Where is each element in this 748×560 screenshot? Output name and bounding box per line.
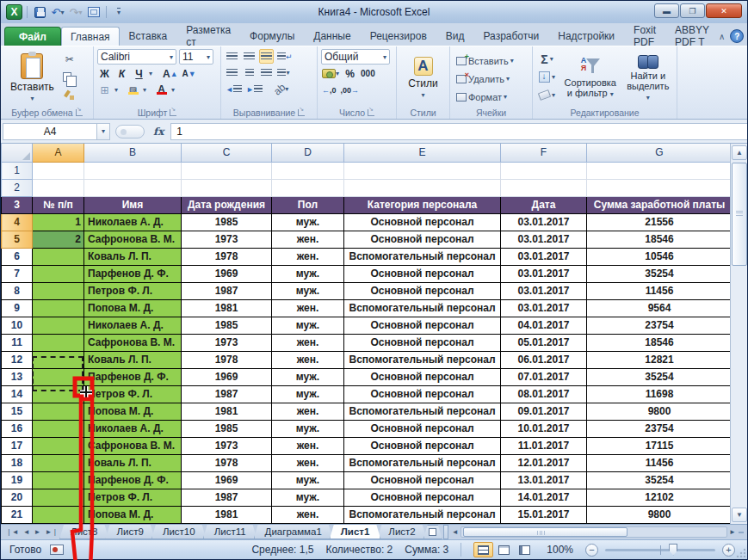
dialog-launcher-icon[interactable] xyxy=(170,109,176,116)
cell-date-9[interactable]: 03.01.2017 xyxy=(501,299,587,317)
cell-gender-12[interactable]: жен. xyxy=(272,351,344,368)
zoom-in-button[interactable]: + xyxy=(722,544,735,557)
cell-category-4[interactable]: Основной персонал xyxy=(344,213,501,231)
cell-year-20[interactable]: 1987 xyxy=(182,489,272,506)
ribbon-tab-Надстройки[interactable]: Надстройки xyxy=(548,27,624,46)
font-size-combo[interactable]: 11▾ xyxy=(179,49,213,65)
cell-A5[interactable]: 2 xyxy=(33,231,84,248)
align-center-button[interactable] xyxy=(242,65,257,80)
dialog-launcher-icon[interactable] xyxy=(368,109,374,116)
table-header-cell[interactable]: Категория персонала xyxy=(344,196,501,213)
cell-category-5[interactable]: Основной персонал xyxy=(344,231,501,248)
increase-decimal-button[interactable]: ←,0 xyxy=(321,83,337,97)
cell-D1[interactable] xyxy=(272,162,344,179)
cell-F1[interactable] xyxy=(501,162,587,179)
align-middle-button[interactable] xyxy=(242,49,257,64)
tab-split-handle[interactable] xyxy=(443,525,448,539)
italic-button[interactable]: К xyxy=(114,66,129,81)
cell-sum-14[interactable]: 11698 xyxy=(587,385,733,403)
orientation-button[interactable]: ab▾ xyxy=(273,82,289,96)
number-format-combo[interactable]: Общий▾ xyxy=(321,49,390,65)
cell-date-19[interactable]: 13.01.2017 xyxy=(501,471,587,489)
cell-date-16[interactable]: 10.01.2017 xyxy=(501,420,587,437)
cell-sum-4[interactable]: 21556 xyxy=(587,213,733,231)
cell-category-12[interactable]: Вспомогательный персонал xyxy=(344,351,501,368)
row-header-11[interactable]: 11 xyxy=(2,334,33,351)
zoom-out-button[interactable]: − xyxy=(585,544,598,557)
cell-A12[interactable] xyxy=(33,351,84,368)
decrease-indent-button[interactable]: ◄ xyxy=(225,82,243,96)
row-header-19[interactable]: 19 xyxy=(2,471,33,489)
cell-sum-6[interactable]: 10546 xyxy=(587,248,733,265)
cell-gender-4[interactable]: муж. xyxy=(272,213,344,231)
cell-date-18[interactable]: 12.01.2017 xyxy=(501,454,587,471)
cell-G2[interactable] xyxy=(587,179,733,196)
cell-gender-10[interactable]: муж. xyxy=(272,317,344,334)
column-header-C[interactable]: C xyxy=(182,144,272,162)
cell-date-15[interactable]: 09.01.2017 xyxy=(501,403,587,420)
cell-gender-6[interactable]: жен. xyxy=(272,248,344,265)
cell-sum-12[interactable]: 12821 xyxy=(587,351,733,368)
cell-name-21[interactable]: Попова М. Д. xyxy=(84,506,182,523)
cell-name-5[interactable]: Сафронова В. М. xyxy=(84,231,182,248)
cell-gender-15[interactable]: жен. xyxy=(272,403,344,420)
cell-date-5[interactable]: 03.01.2017 xyxy=(501,231,587,248)
merge-center-button[interactable]: ▾ xyxy=(276,65,291,80)
cell-year-13[interactable]: 1969 xyxy=(182,368,272,385)
cell-A9[interactable] xyxy=(33,299,84,317)
cell-gender-17[interactable]: жен. xyxy=(272,437,344,454)
cell-sum-8[interactable]: 11456 xyxy=(587,282,733,299)
cell-category-13[interactable]: Основной персонал xyxy=(344,368,501,385)
row-header-9[interactable]: 9 xyxy=(2,299,33,317)
cell-gender-20[interactable]: муж. xyxy=(272,489,344,506)
cell-gender-9[interactable]: жен. xyxy=(272,299,344,317)
sheet-tab-Лист10[interactable]: Лист10 xyxy=(151,525,207,539)
sheet-tab-Лист11[interactable]: Лист11 xyxy=(203,525,257,539)
row-header-12[interactable]: 12 xyxy=(2,351,33,368)
cell-year-6[interactable]: 1978 xyxy=(182,248,272,265)
cell-name-17[interactable]: Сафронова В. М. xyxy=(84,437,182,454)
format-painter-button[interactable] xyxy=(60,87,79,103)
row-header-2[interactable]: 2 xyxy=(2,179,33,196)
borders-button[interactable]: ⊞ xyxy=(97,83,112,97)
cell-B1[interactable] xyxy=(84,162,182,179)
table-header-cell[interactable]: Сумма заработной платы xyxy=(587,196,733,213)
cell-A8[interactable] xyxy=(33,282,84,299)
cell-year-8[interactable]: 1987 xyxy=(182,282,272,299)
cell-gender-8[interactable]: муж. xyxy=(272,282,344,299)
cell-date-14[interactable]: 08.01.2017 xyxy=(501,385,587,403)
scroll-up-icon[interactable]: ▲ xyxy=(732,145,747,160)
ribbon-tab-Данные[interactable]: Данные xyxy=(304,27,360,46)
ribbon-tab-Разработчи[interactable]: Разработчи xyxy=(474,27,549,46)
worksheet-grid[interactable]: ABCDEFG123№ п/пИмяДата рожденияПолКатего… xyxy=(1,144,732,524)
cell-sum-18[interactable]: 11456 xyxy=(587,454,733,471)
cell-A19[interactable] xyxy=(33,471,84,489)
row-header-14[interactable]: 14 xyxy=(2,385,33,403)
cell-category-6[interactable]: Вспомогательный персонал xyxy=(344,248,501,265)
font-color-button[interactable]: А xyxy=(154,83,169,97)
cell-D2[interactable] xyxy=(272,179,344,196)
column-header-D[interactable]: D xyxy=(272,144,344,162)
cell-date-4[interactable]: 03.01.2017 xyxy=(501,213,587,231)
zoom-slider-thumb[interactable] xyxy=(669,544,677,556)
cell-sum-10[interactable]: 23754 xyxy=(587,317,733,334)
scroll-down-icon[interactable]: ▼ xyxy=(732,508,747,522)
cell-name-7[interactable]: Парфенов Д. Ф. xyxy=(84,265,182,282)
page-layout-view-button[interactable] xyxy=(494,542,514,557)
cell-date-12[interactable]: 06.01.2017 xyxy=(501,351,587,368)
fill-color-button[interactable]: ▨ xyxy=(126,83,140,97)
dialog-launcher-icon[interactable] xyxy=(76,109,83,116)
cell-year-4[interactable]: 1985 xyxy=(182,213,272,231)
cell-category-11[interactable]: Основной персонал xyxy=(344,334,501,351)
cell-year-15[interactable]: 1981 xyxy=(182,403,272,420)
cell-A20[interactable] xyxy=(33,489,84,506)
cell-year-19[interactable]: 1969 xyxy=(182,471,272,489)
align-bottom-button[interactable] xyxy=(259,49,274,64)
cell-year-16[interactable]: 1985 xyxy=(182,420,272,437)
cell-year-18[interactable]: 1978 xyxy=(182,454,272,471)
tab-split-handle[interactable] xyxy=(739,532,744,533)
row-header-13[interactable]: 13 xyxy=(2,368,33,385)
ribbon-tab-Рецензиров[interactable]: Рецензиров xyxy=(361,27,436,46)
align-right-button[interactable] xyxy=(259,65,274,80)
chevron-down-icon[interactable]: ▾ xyxy=(149,70,152,77)
